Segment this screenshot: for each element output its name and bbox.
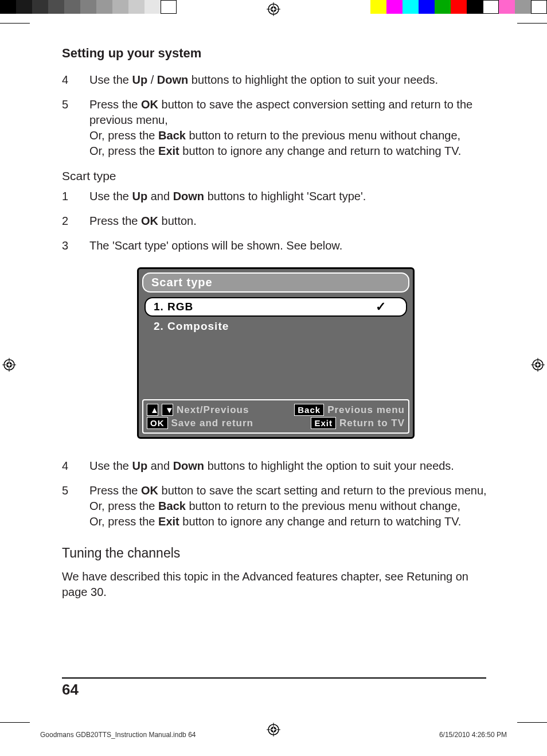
- footer-timestamp: 6/15/2010 4:26:50 PM: [439, 731, 507, 739]
- step-list: 4Use the Up and Down buttons to highligh…: [62, 458, 490, 529]
- step-body: Use the Up and Down buttons to highlight…: [89, 189, 490, 204]
- step-item: 1Use the Up and Down buttons to highligh…: [62, 189, 490, 204]
- bold-keyword: Up: [132, 190, 147, 202]
- crop-mark: [513, 688, 547, 723]
- step-item: 4Use the Up / Down buttons to highlight …: [62, 72, 490, 88]
- step-body: The 'Scart type' options will be shown. …: [89, 238, 490, 254]
- ok-key: OK: [147, 417, 168, 429]
- step-list: 4Use the Up / Down buttons to highlight …: [62, 72, 490, 159]
- tuning-paragraph: We have described this topic in the Adva…: [62, 569, 490, 600]
- bold-keyword: Up: [132, 73, 147, 86]
- ok-label: Save and return: [171, 418, 254, 429]
- page-content: Setting up your system 4Use the Up / Dow…: [62, 46, 490, 687]
- check-icon: ✓: [364, 299, 398, 314]
- bold-keyword: Down: [157, 73, 188, 86]
- registration-mark-icon: [531, 358, 545, 372]
- up-arrow-icon: ▲: [147, 404, 158, 416]
- exit-label: Return to TV: [339, 418, 405, 429]
- osd-option: 2. Composite: [144, 318, 407, 335]
- step-item: 5Press the OK button to save the scart s…: [62, 483, 490, 529]
- bold-keyword: Exit: [158, 515, 179, 528]
- tuning-heading: Tuning the channels: [62, 545, 490, 561]
- step-number: 5: [62, 483, 89, 529]
- step-number: 2: [62, 213, 89, 229]
- bold-keyword: Up: [132, 459, 147, 472]
- osd-panel: Scart type 1. RGB✓2. Composite ▲ ▼ Next/…: [137, 267, 415, 439]
- step-body: Use the Up and Down buttons to highlight…: [89, 458, 490, 474]
- print-footer: Goodmans GDB20TTS_Instruction Manual.ind…: [40, 731, 507, 739]
- bold-keyword: Back: [158, 500, 186, 512]
- osd-option-label: 2. Composite: [154, 320, 398, 333]
- exit-key: Exit: [311, 417, 336, 429]
- osd-option: 1. RGB✓: [144, 297, 407, 317]
- step-item: 4Use the Up and Down buttons to highligh…: [62, 458, 490, 474]
- osd-title: Scart type: [142, 272, 409, 293]
- step-item: 3The 'Scart type' options will be shown.…: [62, 238, 490, 254]
- step-item: 2Press the OK button.: [62, 213, 490, 229]
- page-number: 64: [62, 677, 486, 699]
- bold-keyword: Down: [173, 190, 204, 202]
- step-list: 1Use the Up and Down buttons to highligh…: [62, 189, 490, 254]
- bold-keyword: Down: [173, 459, 204, 472]
- color-bar: [370, 0, 547, 14]
- bold-keyword: Back: [158, 129, 186, 142]
- down-arrow-icon: ▼: [162, 404, 173, 416]
- back-key: Back: [294, 404, 324, 416]
- crop-mark: [513, 20, 547, 54]
- step-number: 4: [62, 72, 89, 88]
- crop-mark: [0, 688, 34, 723]
- back-label: Previous menu: [327, 404, 405, 416]
- grayscale-bar: [0, 0, 177, 14]
- updown-label: Next/Previous: [177, 404, 249, 416]
- step-number: 1: [62, 189, 89, 204]
- step-number: 4: [62, 458, 89, 474]
- step-number: 5: [62, 97, 89, 159]
- osd-screenshot: Scart type 1. RGB✓2. Composite ▲ ▼ Next/…: [62, 267, 490, 439]
- step-body: Press the OK button.: [89, 213, 490, 229]
- section-heading: Setting up your system: [62, 46, 490, 61]
- step-body: Use the Up / Down buttons to highlight t…: [89, 72, 490, 88]
- bold-keyword: OK: [141, 215, 158, 227]
- step-body: Press the OK button to save the aspect c…: [89, 97, 490, 159]
- registration-mark-icon: [2, 358, 16, 372]
- step-body: Press the OK button to save the scart se…: [89, 483, 490, 529]
- bold-keyword: OK: [141, 98, 158, 111]
- registration-mark-icon: [267, 2, 280, 16]
- step-number: 3: [62, 238, 89, 254]
- bold-keyword: Exit: [158, 145, 179, 157]
- scart-type-heading: Scart type: [62, 169, 490, 183]
- osd-footer: ▲ ▼ Next/Previous Back Previous menu OK …: [142, 399, 409, 434]
- bold-keyword: OK: [141, 484, 158, 497]
- osd-option-label: 1. RGB: [154, 301, 364, 313]
- step-item: 5Press the OK button to save the aspect …: [62, 97, 490, 159]
- footer-filename: Goodmans GDB20TTS_Instruction Manual.ind…: [40, 731, 196, 739]
- crop-mark: [0, 20, 34, 54]
